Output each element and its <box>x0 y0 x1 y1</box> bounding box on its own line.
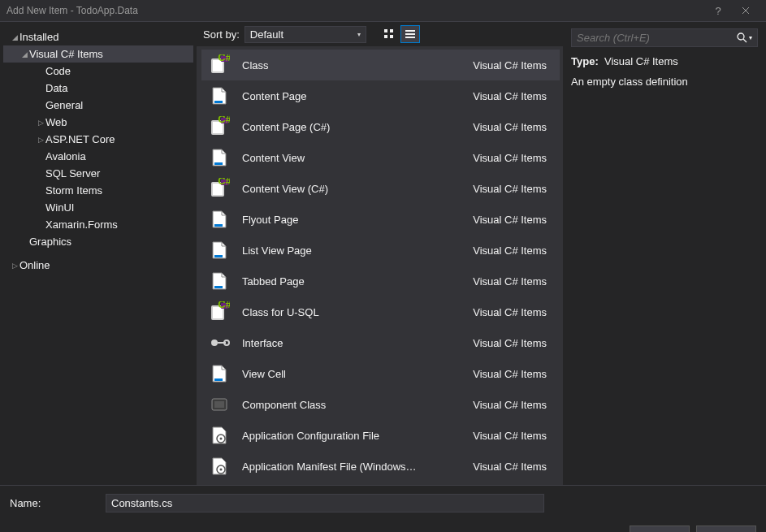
tree-label: Online <box>19 259 50 271</box>
tree-item[interactable]: General <box>3 97 193 114</box>
template-label: Application Configuration File <box>242 430 473 442</box>
component-icon <box>208 393 231 416</box>
cancel-button[interactable]: Cancel <box>696 526 756 532</box>
tree-label: Web <box>45 116 67 128</box>
svg-rect-23 <box>214 286 223 288</box>
tree-label: Storm Items <box>45 184 102 197</box>
tree-label: Xamarin.Forms <box>45 218 118 231</box>
template-category: Visual C# Items <box>473 121 553 133</box>
svg-rect-2 <box>384 35 387 38</box>
class-icon: C# <box>208 115 231 138</box>
page-icon <box>208 362 231 385</box>
svg-point-30 <box>224 340 229 345</box>
svg-rect-5 <box>405 33 415 35</box>
template-category: Visual C# Items <box>473 152 553 164</box>
svg-rect-16 <box>214 162 223 165</box>
template-item[interactable]: List View PageVisual C# Items <box>201 235 560 266</box>
sort-by-dropdown[interactable]: Default ▾ <box>245 26 366 43</box>
tree-visual-csharp-items[interactable]: ◢ Visual C# Items <box>3 45 193 63</box>
template-label: Content View <box>242 152 473 164</box>
view-grid-button[interactable] <box>379 25 399 43</box>
template-item[interactable]: Application Manifest File (Windows…Visua… <box>201 451 560 482</box>
svg-rect-33 <box>214 401 224 408</box>
name-label: Name: <box>10 497 106 509</box>
tree-label: Code <box>45 65 71 77</box>
tree-item[interactable]: Xamarin.Forms <box>3 216 193 233</box>
search-box[interactable]: ▾ <box>571 28 758 47</box>
template-item[interactable]: C#Content Page (C#)Visual C# Items <box>201 111 560 142</box>
svg-point-37 <box>220 469 223 471</box>
svg-rect-3 <box>390 35 393 38</box>
tree-installed[interactable]: ◢ Installed <box>3 28 193 45</box>
tree-online[interactable]: ▷ Online <box>3 257 193 274</box>
svg-point-28 <box>211 340 218 346</box>
template-category: Visual C# Items <box>473 275 553 288</box>
template-label: Class <box>242 59 473 71</box>
template-category: Visual C# Items <box>473 59 553 71</box>
template-label: Content View (C#) <box>242 183 473 195</box>
template-item[interactable]: Application Configuration FileVisual C# … <box>201 420 560 451</box>
tree-item[interactable]: ▷Web <box>3 114 193 131</box>
svg-rect-11 <box>214 101 223 103</box>
page-icon <box>208 84 231 107</box>
tree-item[interactable]: Code <box>3 63 193 80</box>
tree-graphics[interactable]: Graphics <box>3 233 193 250</box>
page-icon <box>208 208 231 231</box>
svg-rect-6 <box>405 37 415 38</box>
template-item[interactable]: Tabbed PageVisual C# Items <box>201 266 560 296</box>
template-item[interactable]: Content PageVisual C# Items <box>201 80 560 111</box>
tree-item[interactable]: Data <box>3 80 193 97</box>
template-item[interactable]: Component ClassVisual C# Items <box>201 389 560 420</box>
chevron-right-icon: ▷ <box>10 262 19 270</box>
tree-label: General <box>45 99 83 111</box>
tree-item[interactable]: Storm Items <box>3 182 193 199</box>
template-category: Visual C# Items <box>473 214 553 226</box>
template-label: Application Manifest File (Windows… <box>242 461 473 473</box>
template-label: Tabbed Page <box>242 275 473 288</box>
tree-label: Visual C# Items <box>29 48 103 60</box>
svg-rect-22 <box>214 255 223 257</box>
info-panel: ▾ Type: Visual C# Items An empty class d… <box>563 22 766 485</box>
close-button[interactable] <box>732 0 760 21</box>
search-input[interactable] <box>577 32 737 44</box>
tree-label: Avalonia <box>45 150 86 162</box>
tree-label: Data <box>45 82 67 94</box>
tree-label: WinUI <box>45 201 74 214</box>
template-item[interactable]: View CellVisual C# Items <box>201 358 560 389</box>
template-category: Visual C# Items <box>473 368 553 380</box>
tree-item[interactable]: Avalonia <box>3 148 193 165</box>
template-item[interactable]: Flyout PageVisual C# Items <box>201 204 560 235</box>
chevron-down-icon: ◢ <box>19 50 29 58</box>
template-category: Visual C# Items <box>473 337 553 349</box>
template-category: Visual C# Items <box>473 90 553 102</box>
dropdown-arrow-icon: ▾ <box>357 31 361 38</box>
title-bar: Add New Item - TodoApp.Data ? <box>0 0 766 22</box>
sort-by-label: Sort by: <box>203 28 240 41</box>
sort-value: Default <box>250 28 283 41</box>
name-input[interactable] <box>106 494 544 513</box>
svg-text:C#: C# <box>218 178 230 187</box>
help-button[interactable]: ? <box>704 0 732 21</box>
description-text: An empty class definition <box>571 76 758 88</box>
template-item[interactable]: C#ClassVisual C# Items <box>201 50 560 80</box>
type-label: Type: <box>571 55 599 67</box>
center-toolbar: Sort by: Default ▾ <box>197 22 563 46</box>
template-item[interactable]: Content ViewVisual C# Items <box>201 142 560 173</box>
chevron-right-icon: ▷ <box>36 119 45 127</box>
tree-label: ASP.NET Core <box>45 133 115 145</box>
svg-rect-31 <box>214 378 223 381</box>
template-category: Visual C# Items <box>473 183 553 195</box>
add-button[interactable]: Add <box>630 526 690 532</box>
template-list[interactable]: C#ClassVisual C# ItemsContent PageVisual… <box>201 50 560 482</box>
svg-text:C#: C# <box>218 116 230 125</box>
tree-label: Graphics <box>29 236 71 248</box>
chevron-down-icon: ◢ <box>10 33 19 41</box>
template-category: Visual C# Items <box>473 306 553 318</box>
template-item[interactable]: InterfaceVisual C# Items <box>201 327 560 358</box>
template-item[interactable]: C#Class for U-SQLVisual C# Items <box>201 296 560 327</box>
tree-item[interactable]: SQL Server <box>3 165 193 182</box>
tree-item[interactable]: ▷ASP.NET Core <box>3 131 193 148</box>
tree-item[interactable]: WinUI <box>3 199 193 216</box>
view-list-button[interactable] <box>400 25 420 43</box>
template-item[interactable]: C#Content View (C#)Visual C# Items <box>201 173 560 204</box>
